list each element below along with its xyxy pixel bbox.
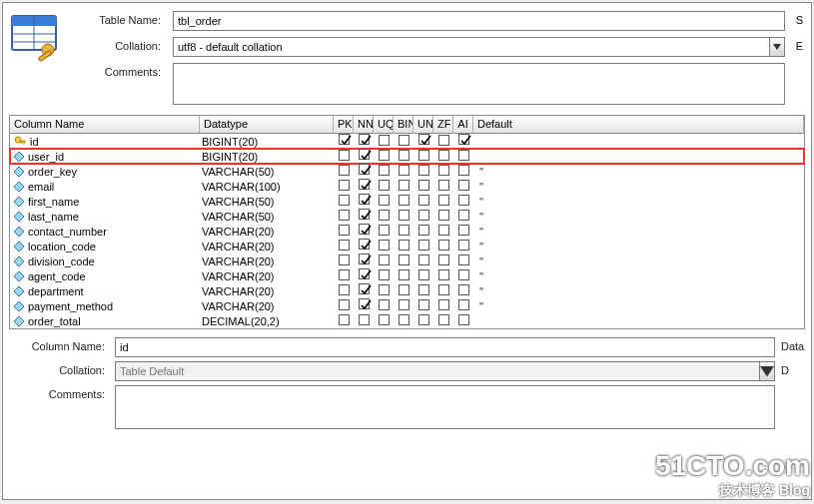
checkbox[interactable]: [399, 269, 409, 280]
header-uq[interactable]: UQ: [374, 116, 394, 134]
checkbox[interactable]: [458, 284, 469, 295]
checkbox[interactable]: [339, 165, 350, 176]
checkbox[interactable]: [418, 165, 429, 176]
b-comments-textarea[interactable]: [115, 385, 775, 429]
checkbox[interactable]: [339, 150, 350, 161]
checkbox[interactable]: [438, 254, 449, 265]
table-row[interactable]: division_codeVARCHAR(20)'': [10, 253, 804, 268]
checkbox[interactable]: [359, 314, 370, 325]
checkbox[interactable]: [438, 195, 449, 206]
checkbox[interactable]: [438, 240, 449, 251]
checkbox[interactable]: [418, 150, 429, 161]
checkbox[interactable]: [438, 135, 449, 146]
checkbox[interactable]: [339, 254, 350, 265]
checkbox[interactable]: [418, 314, 429, 325]
checkbox[interactable]: [359, 298, 370, 309]
checkbox[interactable]: [359, 253, 370, 264]
checkbox[interactable]: [438, 225, 449, 236]
chevron-down-icon[interactable]: [759, 361, 775, 381]
checkbox[interactable]: [339, 284, 350, 295]
checkbox[interactable]: [399, 165, 409, 176]
b-column-name-input[interactable]: [115, 337, 775, 357]
checkbox[interactable]: [379, 254, 390, 265]
checkbox[interactable]: [339, 195, 350, 206]
header-bin[interactable]: BIN: [394, 116, 413, 134]
checkbox[interactable]: [379, 210, 390, 221]
table-row[interactable]: last_nameVARCHAR(50)'': [10, 209, 804, 224]
checkbox[interactable]: [399, 210, 409, 221]
collation-combo-input[interactable]: [173, 37, 769, 57]
checkbox[interactable]: [359, 268, 370, 279]
checkbox[interactable]: [399, 299, 409, 310]
checkbox[interactable]: [359, 224, 370, 235]
checkbox[interactable]: [438, 269, 449, 280]
checkbox[interactable]: [379, 225, 390, 236]
checkbox[interactable]: [339, 269, 350, 280]
checkbox[interactable]: [379, 299, 390, 310]
checkbox[interactable]: [379, 195, 390, 206]
checkbox[interactable]: [359, 283, 370, 294]
table-row[interactable]: payment_methodVARCHAR(20)'': [10, 298, 804, 313]
header-default[interactable]: Default: [473, 116, 804, 134]
checkbox[interactable]: [418, 284, 429, 295]
checkbox[interactable]: [399, 180, 409, 191]
table-row[interactable]: idBIGINT(20): [10, 134, 804, 149]
checkbox[interactable]: [339, 210, 350, 221]
checkbox[interactable]: [379, 314, 390, 325]
checkbox[interactable]: [399, 254, 409, 265]
checkbox[interactable]: [379, 269, 390, 280]
header-column-name[interactable]: Column Name: [10, 116, 200, 134]
header-ai[interactable]: AI: [453, 116, 473, 134]
table-row[interactable]: emailVARCHAR(100)'': [10, 179, 804, 194]
checkbox[interactable]: [359, 239, 370, 250]
checkbox[interactable]: [399, 150, 409, 161]
header-un[interactable]: UN: [413, 116, 433, 134]
checkbox[interactable]: [438, 284, 449, 295]
checkbox[interactable]: [359, 164, 370, 175]
columns-grid[interactable]: Column Name Datatype PK NN UQ BIN UN ZF …: [9, 115, 805, 329]
checkbox[interactable]: [359, 149, 370, 160]
checkbox[interactable]: [339, 180, 350, 191]
checkbox[interactable]: [438, 150, 449, 161]
checkbox[interactable]: [379, 284, 390, 295]
checkbox[interactable]: [418, 210, 429, 221]
side-e[interactable]: E: [791, 37, 803, 52]
checkbox[interactable]: [438, 165, 449, 176]
checkbox[interactable]: [458, 210, 469, 221]
checkbox[interactable]: [339, 225, 350, 236]
checkbox[interactable]: [379, 240, 390, 251]
checkbox[interactable]: [379, 150, 390, 161]
checkbox[interactable]: [339, 299, 350, 310]
checkbox[interactable]: [418, 225, 429, 236]
checkbox[interactable]: [458, 269, 469, 280]
table-row[interactable]: order_totalDECIMAL(20,2): [10, 313, 804, 328]
table-row[interactable]: first_nameVARCHAR(50)'': [10, 194, 804, 209]
table-row[interactable]: location_codeVARCHAR(20)'': [10, 239, 804, 253]
checkbox[interactable]: [418, 299, 429, 310]
checkbox[interactable]: [399, 240, 409, 251]
checkbox[interactable]: [399, 225, 409, 236]
checkbox[interactable]: [438, 210, 449, 221]
checkbox[interactable]: [399, 195, 409, 206]
checkbox[interactable]: [418, 134, 429, 145]
table-row[interactable]: order_keyVARCHAR(50)'': [10, 164, 804, 179]
checkbox[interactable]: [339, 240, 350, 251]
table-row[interactable]: departmentVARCHAR(20)'': [10, 283, 804, 298]
table-row[interactable]: agent_codeVARCHAR(20)'': [10, 268, 804, 283]
header-pk[interactable]: PK: [334, 116, 354, 134]
comments-textarea[interactable]: [173, 63, 785, 105]
checkbox[interactable]: [399, 135, 409, 146]
table-row[interactable]: user_idBIGINT(20): [10, 149, 804, 164]
checkbox[interactable]: [339, 134, 350, 145]
checkbox[interactable]: [379, 135, 390, 146]
chevron-down-icon[interactable]: [769, 37, 785, 57]
checkbox[interactable]: [418, 269, 429, 280]
checkbox[interactable]: [458, 225, 469, 236]
checkbox[interactable]: [438, 314, 449, 325]
checkbox[interactable]: [458, 165, 469, 176]
checkbox[interactable]: [458, 180, 469, 191]
checkbox[interactable]: [339, 314, 350, 325]
header-datatype[interactable]: Datatype: [200, 116, 334, 134]
checkbox[interactable]: [379, 165, 390, 176]
header-zf[interactable]: ZF: [433, 116, 453, 134]
